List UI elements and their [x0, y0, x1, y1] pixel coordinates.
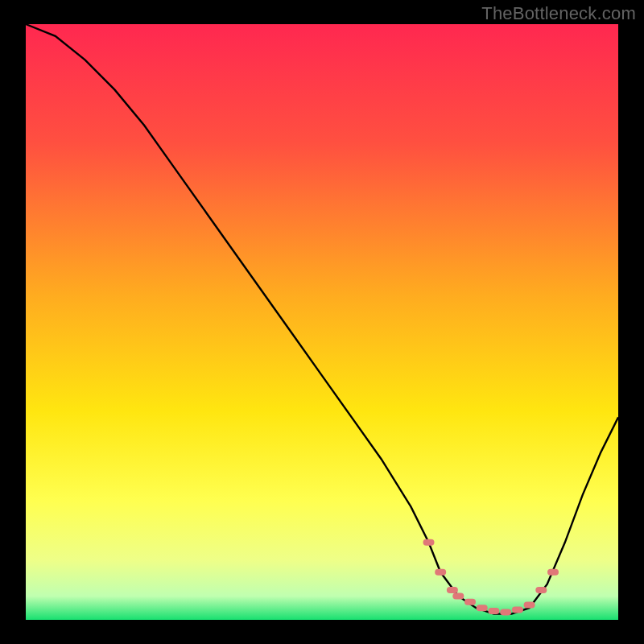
valley-marker: [423, 539, 435, 546]
bottleneck-chart: [0, 0, 644, 644]
valley-marker: [452, 592, 464, 599]
valley-marker: [524, 602, 535, 609]
valley-marker: [464, 599, 476, 605]
chart-frame: TheBottleneck.com: [0, 0, 644, 644]
valley-marker: [447, 587, 458, 593]
valley-marker: [500, 609, 511, 615]
valley-marker: [435, 569, 446, 576]
valley-marker: [512, 606, 523, 613]
valley-marker: [477, 605, 488, 611]
valley-marker: [535, 587, 547, 593]
valley-marker: [488, 608, 499, 614]
plot-background: [26, 24, 618, 620]
valley-marker: [547, 569, 559, 576]
